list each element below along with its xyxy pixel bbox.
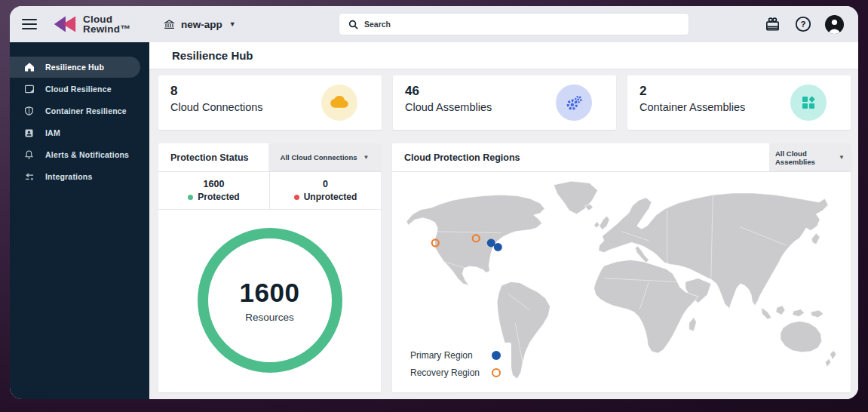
unprotected-label: Unprotected	[304, 192, 357, 202]
sidebar-item-cloud-resilience[interactable]: Cloud Resilience	[10, 78, 149, 100]
swap-arrows-icon	[23, 172, 35, 182]
unprotected-stat: 0 Unprotected	[269, 172, 381, 209]
protection-status-header: Protection Status All Cloud Connections …	[158, 143, 381, 172]
grid-icon	[790, 85, 827, 121]
sidebar-item-iam[interactable]: IAM	[10, 122, 149, 143]
cloud-assemblies-card[interactable]: 46 Cloud Assemblies	[393, 75, 616, 130]
protected-stat: 1600 Protected	[158, 172, 269, 209]
resources-total: 1600	[240, 278, 300, 308]
topbar: Cloud Rewind™ new-app ▼	[10, 6, 858, 42]
cloud-assemblies-filter-dropdown[interactable]: All Cloud Assemblies ▼	[769, 143, 851, 171]
red-dot-icon	[294, 195, 299, 200]
sidebar-item-label: Integrations	[45, 172, 93, 181]
protected-count: 1600	[204, 179, 225, 189]
protected-label: Protected	[198, 192, 239, 202]
sidebar-item-label: IAM	[45, 128, 60, 137]
sidebar-item-integrations[interactable]: Integrations	[10, 166, 149, 187]
chevron-down-icon: ▼	[229, 20, 236, 28]
rewind-logo-icon	[52, 14, 78, 35]
search-icon	[348, 20, 358, 29]
sidebar-item-label: Resilience Hub	[45, 63, 104, 72]
sidebar-item-resilience-hub[interactable]: Resilience Hub	[10, 57, 140, 78]
legend-primary-region: Primary Region	[410, 350, 501, 361]
sidebar-item-label: Alerts & Notifications	[45, 150, 129, 159]
legend-recovery-region: Recovery Region	[410, 367, 501, 378]
dropdown-value: All Cloud Assemblies	[775, 149, 833, 166]
protection-stats: 1600 Protected 0 Unprotected	[158, 172, 381, 210]
app-selector[interactable]: new-app ▼	[164, 19, 236, 30]
legend-label: Recovery Region	[410, 367, 492, 378]
cloud-window-icon	[23, 84, 35, 94]
protection-regions-panel: Cloud Protection Regions All Cloud Assem…	[392, 143, 851, 392]
screenshot-frame: Cloud Rewind™ new-app ▼	[0, 0, 868, 412]
dropdown-value: All Cloud Connections	[281, 153, 357, 161]
container-assemblies-card[interactable]: 2 Container Assemblies	[627, 75, 851, 130]
bell-icon	[23, 149, 35, 160]
sidebar: Resilience Hub Cloud Resilience	[10, 42, 149, 399]
cloud-connections-card[interactable]: 8 Cloud Connections	[158, 75, 382, 130]
world-map-container: Primary Region Recovery Region	[392, 172, 851, 392]
whats-new-gift-icon[interactable]	[764, 16, 781, 33]
hamburger-menu-icon[interactable]	[22, 16, 37, 32]
recovery-region-ring-icon	[492, 368, 501, 377]
topbar-actions: ?	[764, 6, 844, 42]
green-dot-icon	[188, 195, 193, 200]
cloud-connections-filter-dropdown[interactable]: All Cloud Connections ▼	[268, 143, 381, 171]
panel-title: Cloud Protection Regions	[392, 143, 769, 171]
user-avatar[interactable]	[825, 15, 844, 34]
summary-cards-row: 8 Cloud Connections 46 Cloud Assemblies	[158, 75, 851, 130]
sidebar-item-container-resilience[interactable]: Container Resilience	[10, 100, 149, 121]
shield-icon	[23, 106, 35, 116]
gears-icon	[556, 85, 592, 121]
id-badge-icon	[23, 128, 35, 138]
svg-text:?: ?	[800, 20, 805, 29]
panel-title: Protection Status	[158, 143, 268, 171]
page-header: Resilience Hub	[149, 42, 858, 69]
sidebar-item-alerts-notifications[interactable]: Alerts & Notifications	[10, 144, 149, 165]
resources-donut-wrap: 1600 Resources	[158, 210, 381, 391]
legend-label: Primary Region	[410, 350, 492, 361]
home-icon	[23, 62, 35, 72]
search-bar[interactable]	[339, 14, 689, 35]
protection-regions-header: Cloud Protection Regions All Cloud Assem…	[392, 143, 851, 172]
map-legend: Primary Region Recovery Region	[406, 343, 511, 387]
bank-icon	[164, 19, 175, 30]
chevron-down-icon: ▼	[363, 154, 369, 161]
search-input[interactable]	[364, 20, 689, 29]
sidebar-item-label: Cloud Resilience	[45, 85, 112, 94]
region-marker-primary[interactable]	[494, 243, 502, 251]
resources-label: Resources	[245, 312, 294, 323]
primary-region-dot-icon	[492, 351, 501, 360]
logo-text: Cloud Rewind™	[83, 14, 130, 35]
resources-donut-chart: 1600 Resources	[198, 228, 342, 373]
sidebar-item-label: Container Resilience	[45, 106, 127, 115]
chevron-down-icon: ▼	[839, 154, 845, 161]
main-content: Resilience Hub 8 Cloud Connections 46 Cl…	[149, 42, 858, 399]
page-title: Resilience Hub	[172, 49, 253, 62]
help-icon[interactable]: ?	[794, 15, 812, 33]
cloud-rewind-logo: Cloud Rewind™	[52, 14, 130, 35]
unprotected-count: 0	[323, 179, 328, 189]
app-window: Cloud Rewind™ new-app ▼	[10, 6, 858, 399]
app-selector-label: new-app	[181, 19, 222, 30]
cloud-icon	[321, 85, 357, 121]
region-marker-primary[interactable]	[487, 239, 495, 248]
protection-status-panel: Protection Status All Cloud Connections …	[158, 143, 381, 392]
